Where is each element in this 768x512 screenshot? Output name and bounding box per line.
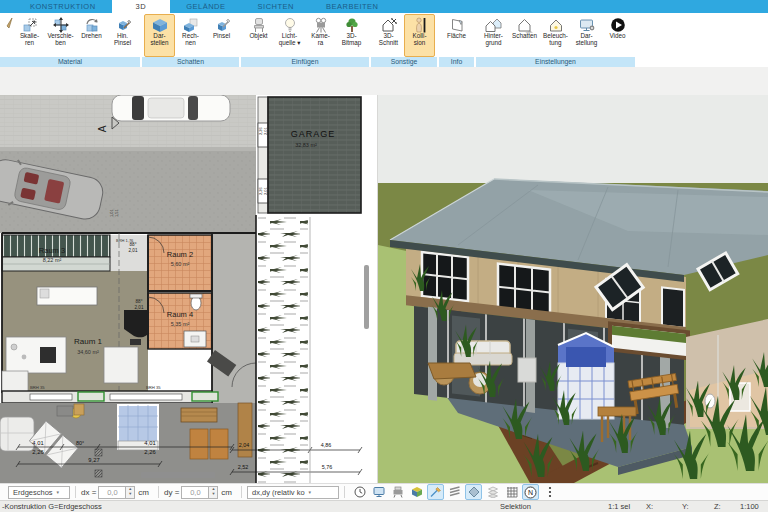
tab-3d[interactable]: 3D [112, 0, 171, 13]
ribbon-button-drehen[interactable]: Drehen [76, 14, 107, 57]
dx-input[interactable] [98, 486, 126, 499]
cube-icon [152, 16, 168, 33]
tab-gelaende[interactable]: GELÄNDE [170, 0, 241, 13]
ribbon-button-darstellen[interactable]: Dar- stellen [144, 14, 175, 57]
person-collision-icon [412, 16, 428, 33]
render-3d-view[interactable] [377, 95, 768, 483]
ribbon-button-darstellung[interactable]: Dar- stellung [571, 14, 602, 57]
dim-label: 2,01 [263, 126, 268, 135]
ribbon-button-kollision[interactable]: Kolli- sion [404, 14, 435, 57]
button-label: Kame- ra [311, 33, 330, 47]
ribbon-button-hin-pinsel[interactable]: Hin. Pinsel [107, 14, 138, 57]
tab-bearbeiten[interactable]: BEARBEITEN [310, 0, 395, 13]
dim: 2,26 [32, 449, 43, 455]
more-options-button[interactable] [541, 484, 558, 500]
lightbulb-icon [282, 16, 298, 33]
ribbon-button-rechnen[interactable]: Rech- nen [175, 14, 206, 57]
grid-button[interactable] [503, 484, 520, 500]
floorplan-2d-view[interactable]: A GARAGE 32,83 m² 2,26 2,01 2,26 2,01 1,… [0, 95, 372, 483]
door-dim: 88° [136, 299, 143, 304]
dx-stepper[interactable]: ▲▼ [126, 486, 135, 499]
video-play-icon [610, 16, 626, 33]
ribbon-button-objekt[interactable]: Objekt [243, 14, 274, 57]
history-clock-button[interactable] [351, 484, 368, 500]
ribbon-button-3d-bitmap[interactable]: 3D- Bitmap [336, 14, 367, 57]
north-arrow-button[interactable]: N [522, 484, 539, 500]
clipped-icon [5, 16, 13, 33]
door-dim: 88° [130, 242, 137, 247]
ribbon-button-clipped[interactable] [2, 14, 14, 57]
horizontal-scrollbar-thumb[interactable] [141, 472, 215, 478]
group-label-info: Info [439, 57, 474, 67]
corridor-right [212, 233, 256, 405]
button-label: Verschie- ben [47, 33, 73, 47]
garage-room[interactable] [268, 97, 361, 213]
status-context: -Konstruktion G=Erdgeschoss [2, 502, 102, 511]
dim: 80° [76, 440, 84, 446]
ribbon-button-skalieren[interactable]: Skalie- ren [14, 14, 45, 57]
brh-label: BRH 35 [30, 385, 45, 390]
ribbon-button-video[interactable]: Video [602, 14, 633, 57]
button-label: Licht- quelle ▾ [279, 33, 301, 47]
move-icon [53, 16, 69, 33]
dy-stepper[interactable]: ▲▼ [209, 486, 218, 499]
3d-object-button[interactable] [408, 484, 425, 500]
status-x: X: [646, 502, 653, 511]
house-section-icon [381, 16, 397, 33]
application-window: KONSTRUKTION 3D GELÄNDE SICHTEN BEARBEIT… [0, 0, 768, 512]
floorplan-drawing: A GARAGE 32,83 m² 2,26 2,01 2,26 2,01 1,… [0, 95, 372, 483]
dx-label: dx = [81, 488, 96, 497]
bench-plan [181, 408, 217, 422]
floor-select[interactable]: Erdgeschos ▾ [8, 486, 70, 499]
ribbon-button-pinsel[interactable]: Pinsel [206, 14, 237, 57]
button-label: Video [610, 33, 626, 40]
ribbon-button-beleuchtung[interactable]: Beleuch- tung [540, 14, 571, 57]
button-label: Dar- stellung [576, 33, 598, 47]
separator [344, 486, 345, 498]
ribbon-button-flaeche[interactable]: Fläche [441, 14, 472, 57]
ribbon-button-3d-schnitt[interactable]: 3D- Schnitt [373, 14, 404, 57]
coordinate-mode-select[interactable]: dx,dy (relativ ko ▾ [247, 486, 339, 499]
garage-label: GARAGE [291, 129, 336, 139]
display-settings-button[interactable] [370, 484, 387, 500]
vertical-scrollbar-thumb[interactable] [364, 265, 369, 329]
workspace: A GARAGE 32,83 m² 2,26 2,01 2,26 2,01 1,… [0, 95, 768, 483]
ribbon-button-verschieben[interactable]: Verschie- ben [45, 14, 76, 57]
group-label-schatten: Schatten [142, 57, 239, 67]
status-scale: 1:100 [740, 502, 759, 511]
house-shadow-icon [517, 16, 533, 33]
status-bar: -Konstruktion G=Erdgeschoss Selektion 1:… [0, 500, 768, 512]
stepper-down-icon[interactable]: ▼ [126, 492, 134, 498]
background-houses-icon [485, 16, 502, 33]
bottom-toolbar: Erdgeschos ▾ dx = ▲▼ cm dy = ▲▼ cm dx,dy… [0, 483, 768, 500]
surface-icon [449, 16, 465, 33]
tab-konstruktion[interactable]: KONSTRUKTION [14, 0, 112, 13]
button-label: 3D- Bitmap [342, 33, 362, 47]
surface-mode-button[interactable] [465, 484, 482, 500]
ribbon-group-material: Skalie- ren Verschie- ben Drehen Hin. Pi… [0, 13, 140, 67]
window-green [192, 392, 218, 401]
status-sel-scale: 1:1 sel [608, 502, 630, 511]
raum1-label: Raum 1 [74, 337, 103, 346]
stepper-down-icon[interactable]: ▼ [209, 492, 217, 498]
draw-mode-button[interactable] [427, 484, 444, 500]
tab-sichten[interactable]: SICHTEN [242, 0, 310, 13]
brh-label: BRH 35 [146, 385, 161, 390]
dy-input[interactable] [181, 486, 209, 499]
ribbon-group-einstellungen: Hinter- grund Schatten Beleuch- tung Dar… [476, 13, 635, 67]
ribbon-group-info: Fläche Info [439, 13, 474, 67]
ribbon-button-kamera[interactable]: Kame- ra [305, 14, 336, 57]
car-top[interactable] [112, 95, 230, 121]
print-button[interactable] [389, 484, 406, 500]
separator [241, 486, 242, 498]
group-label-sonstige: Sonstige [371, 57, 437, 67]
ribbon-button-lichtquelle[interactable]: Licht- quelle ▾ [274, 14, 305, 57]
separator [75, 486, 76, 498]
ribbon-button-hintergrund[interactable]: Hinter- grund [478, 14, 509, 57]
chevron-down-icon: ▾ [57, 489, 60, 495]
button-label: Dar- stellen [150, 33, 168, 47]
layers-stack-button[interactable] [446, 484, 463, 500]
ribbon-button-schatten-einst[interactable]: Schatten [509, 14, 540, 57]
window-green [78, 392, 104, 401]
wireframe-layers-button[interactable] [484, 484, 501, 500]
